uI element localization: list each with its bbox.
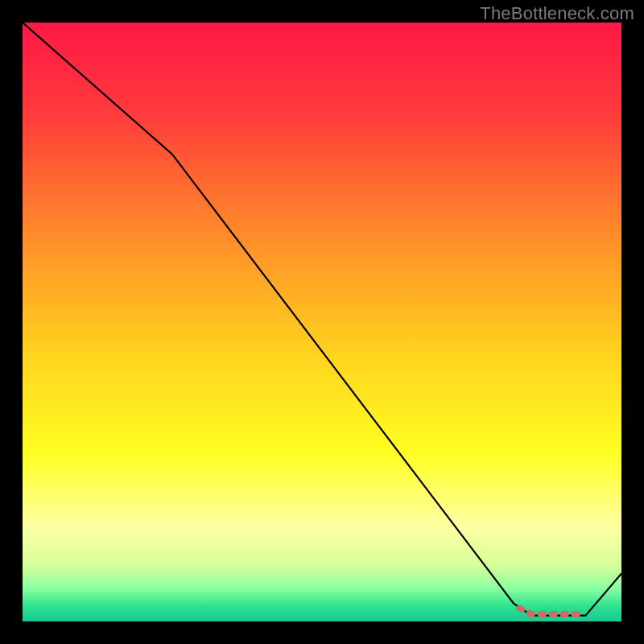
chart-frame: TheBottleneck.com bbox=[0, 0, 644, 644]
gradient-background bbox=[23, 23, 621, 621]
chart-canvas bbox=[0, 0, 644, 644]
